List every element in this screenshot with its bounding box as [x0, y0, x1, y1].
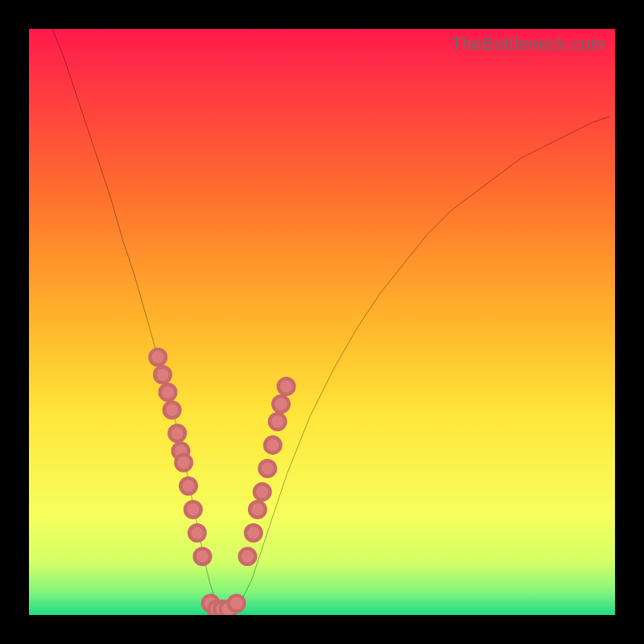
data-marker [180, 478, 196, 494]
data-marker [195, 548, 211, 564]
data-marker [279, 378, 295, 394]
data-marker [169, 425, 185, 441]
data-marker [160, 385, 176, 401]
data-marker [164, 402, 180, 418]
data-marker [254, 484, 270, 500]
watermark-text: TheBottleneck.com [451, 34, 605, 55]
data-marker [229, 596, 245, 612]
data-marker [270, 414, 286, 430]
data-marker [175, 455, 192, 471]
data-marker [273, 396, 289, 412]
data-marker [246, 525, 262, 541]
data-marker [150, 349, 166, 365]
data-marker [185, 502, 201, 518]
data-marker [240, 548, 256, 564]
chart-frame: TheBottleneck.com [0, 0, 644, 644]
plot-area: TheBottleneck.com [29, 29, 615, 615]
data-marker [265, 437, 281, 453]
data-marker [259, 460, 275, 477]
bottleneck-curve [29, 29, 615, 615]
data-marker [189, 525, 205, 541]
data-marker [250, 502, 266, 518]
data-marker [155, 367, 171, 383]
